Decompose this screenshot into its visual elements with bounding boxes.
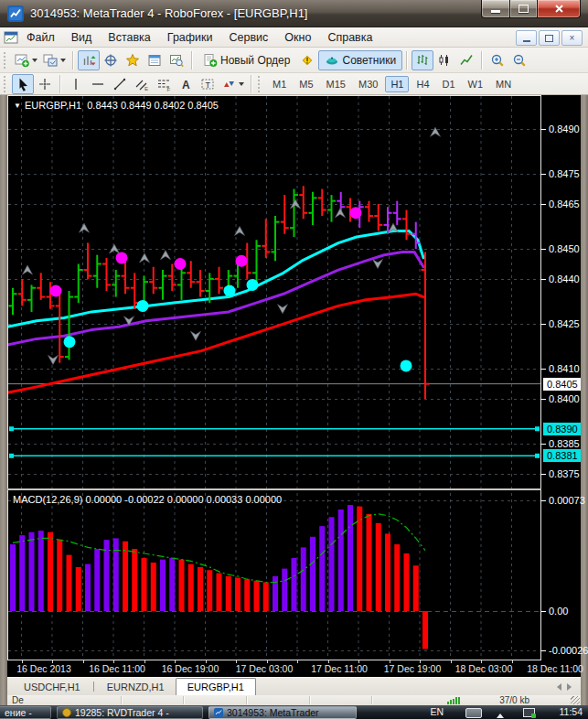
price-chart-canvas[interactable] [7,95,541,660]
text-label-icon: T [200,77,215,91]
expert-advisors-button[interactable]: Советники [318,50,402,70]
close-button[interactable] [537,0,581,18]
tab-scroll-left-icon[interactable] [553,683,561,691]
zoom-in-button[interactable] [486,50,508,70]
macd-axis-max-label: 0.00073 [541,494,585,507]
price-axis[interactable]: 0.84900.84750.84650.84500.84400.84250.84… [541,95,581,660]
language-indicator[interactable]: EN [430,706,444,717]
timeframe-button-W1[interactable]: W1 [463,76,489,92]
menu-item-Файл[interactable]: Файл [18,28,63,47]
price-axis-label: 0.8440 [541,273,580,285]
chart-ohlc-header[interactable]: ▼EURGBP,H1 0.8443 0.8449 0.8402 0.8405 [14,100,219,111]
horizontal-line-icon [91,77,105,91]
taskbar-button-rvdtrader[interactable]: 19285: RVDTrader 4 - [57,706,203,719]
price-axis-label: 0.8400 [541,392,580,405]
taskbar-button-cut[interactable]: ение - [0,706,51,719]
text-label-tool-button[interactable]: T [197,74,219,94]
new-chart-button[interactable] [12,50,40,70]
hline-price-label[interactable]: 0.8381 [543,449,581,462]
macd-axis-zero-label: 0.00 [541,605,568,617]
symbol-dropdown-icon[interactable]: ▼ [14,102,21,110]
menu-item-Окно[interactable]: Окно [276,28,319,47]
time-axis-tick [83,660,84,663]
price-axis-label: 0.8385 [541,437,580,450]
timeframe-button-M5[interactable]: M5 [294,76,318,92]
menu-item-Сервис[interactable]: Сервис [221,28,277,47]
bar-chart-type-button[interactable] [412,50,433,70]
data-window-button[interactable] [100,50,122,70]
toolbar-grip[interactable] [258,76,262,92]
text-tool-button[interactable]: A [175,74,197,94]
resize-grip[interactable] [571,696,580,704]
menu-item-Справка[interactable]: Справка [319,28,380,47]
chart-tab-USDCHF,H1[interactable]: USDCHF,H1 [13,680,91,695]
timeframe-button-M15[interactable]: M15 [321,76,351,92]
mdi-restore-button[interactable] [539,30,560,46]
navigator-button[interactable] [122,50,144,70]
fibonacci-tool-button[interactable]: F [153,74,175,94]
equidistant-channel-tool-button[interactable]: E [131,74,153,94]
vertical-line-icon [69,77,83,91]
chart-tab-EURGBP,H1[interactable]: EURGBP,H1 [176,678,256,695]
toolbar-grip[interactable] [4,52,8,69]
taskbar-button-cut-label: ение - [5,707,32,718]
candlestick-type-button[interactable] [433,50,455,70]
timeframe-button-M30[interactable]: M30 [353,76,383,92]
network-status-icon[interactable] [523,708,535,717]
price-axis-label: 0.8450 [541,242,580,255]
show-hidden-icons-icon[interactable] [497,710,504,718]
menu-item-Вид[interactable]: Вид [63,28,101,47]
toolbar-separator [406,51,408,70]
timeframe-button-MN[interactable]: MN [490,76,517,92]
window-title: 3014953: MetaTrader 4 - RoboForex - [EUR… [30,6,307,20]
cursor-tool-button[interactable] [12,74,34,94]
title-bar[interactable]: 3014953: MetaTrader 4 - RoboForex - [EUR… [0,0,588,27]
mdi-close-button[interactable]: × [561,30,583,46]
toolbar-grip[interactable] [4,76,8,92]
vertical-line-tool-button[interactable] [65,74,87,94]
time-axis[interactable]: 16 Dec 201316 Dec 11:0016 Dec 19:0017 De… [7,660,581,677]
timeframe-button-M1[interactable]: M1 [267,76,292,92]
profiles-button[interactable] [40,50,69,70]
tab-scroll-right-icon[interactable] [567,683,575,691]
market-watch-icon [81,53,96,68]
menu-item-Вставка[interactable]: Вставка [100,28,158,47]
zoom-out-button[interactable] [508,50,530,70]
terminal-button[interactable] [144,50,166,70]
new-order-button[interactable]: Новый Ордер [197,50,296,70]
taskbar-button-metatrader-label: 3014953: MetaTrader [227,707,319,718]
text-icon: A [178,77,193,91]
chart-tabs: USDCHF,H1EURNZD,H1EURGBP,H1 [13,678,256,695]
timeframe-button-D1[interactable]: D1 [437,76,461,92]
hline-price-label[interactable]: 0.8390 [543,423,581,435]
timeframe-button-H4[interactable]: H4 [411,76,434,92]
arrow-objects-icon [221,77,236,91]
horizontal-line-tool-button[interactable] [87,74,109,94]
alerts-button[interactable] [296,50,318,70]
keyboard-icon[interactable] [465,708,482,718]
price-axis-label: 0.8375 [541,467,580,480]
arrows-tool-button[interactable] [219,74,247,94]
timeframe-button-H1[interactable]: H1 [385,76,409,92]
strategy-tester-button[interactable] [166,50,187,70]
mdi-minimize-icon [523,40,530,42]
maximize-button[interactable] [510,0,537,18]
taskbar-clock[interactable]: 11:54 [560,706,583,717]
price-axis-label: 0.8490 [541,123,580,135]
time-axis-label: 16 Dec 19:00 [162,663,219,674]
line-chart-type-button[interactable] [455,50,477,70]
zoom-in-icon [490,53,505,68]
chart-tab-EURNZD,H1[interactable]: EURNZD,H1 [96,680,176,695]
crosshair-tool-button[interactable] [34,74,56,94]
data-window-icon [103,53,118,68]
market-watch-button[interactable] [78,50,100,70]
menu-item-Графики[interactable]: Графики [159,28,221,47]
time-axis-label: 18 Dec 11:00 [527,663,583,674]
alert-icon [300,53,315,68]
mdi-minimize-button[interactable] [516,30,537,46]
status-divider [246,696,248,704]
minimize-button[interactable] [481,0,510,18]
metatrader-taskbar-icon [214,708,223,717]
trendline-tool-button[interactable] [109,74,131,94]
taskbar-button-metatrader[interactable]: 3014953: MetaTrader [208,706,357,719]
